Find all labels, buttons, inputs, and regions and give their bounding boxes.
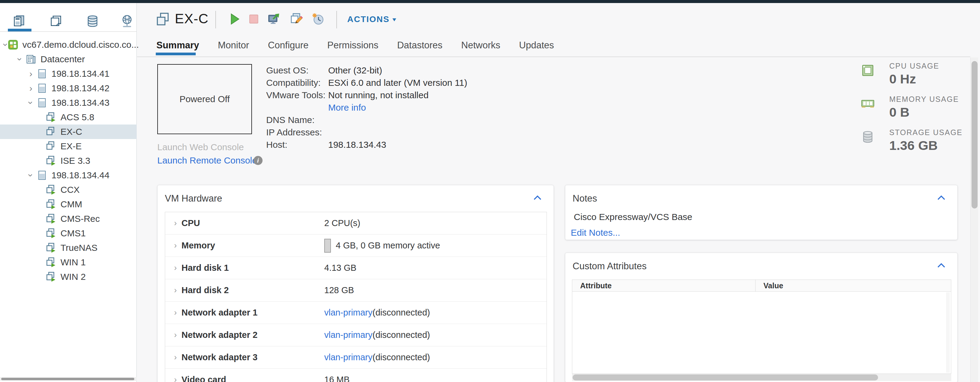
info-icon[interactable]: i xyxy=(253,156,262,165)
detail-label: IP Addresses: xyxy=(266,127,328,138)
collapse-chevron-icon[interactable] xyxy=(936,262,947,270)
vm-powered-on-icon xyxy=(45,198,57,210)
vm-powered-on-icon xyxy=(45,184,57,195)
scrollbar-thumb[interactable] xyxy=(573,374,878,380)
hw-value: vlan-primary (disconnected) xyxy=(324,308,430,318)
tree-item-vm[interactable]: CCX xyxy=(0,182,137,197)
chevron-right-icon[interactable]: › xyxy=(25,83,36,94)
chevron-down-icon[interactable]: › xyxy=(26,97,36,108)
tree-item-host[interactable]: › 198.18.134.43 xyxy=(0,95,137,110)
expand-chevron-icon[interactable]: › xyxy=(169,219,181,228)
expand-chevron-icon[interactable]: › xyxy=(169,285,181,295)
tree-item-host[interactable]: › 198.18.134.41 xyxy=(0,67,137,81)
tree-item-vm[interactable]: ISE 3.3 xyxy=(0,154,137,168)
sidebar-horizontal-scrollbar[interactable] xyxy=(0,377,137,381)
active-nav-underline xyxy=(8,29,32,32)
edit-settings-icon[interactable] xyxy=(289,12,303,26)
hw-name: Network adapter 2 xyxy=(181,330,258,340)
vm-powered-on-icon xyxy=(45,213,57,225)
tree-item-label: CMS1 xyxy=(60,228,86,238)
detail-row: Compatibility:ESXi 6.0 and later (VM ver… xyxy=(266,76,467,89)
tree-item-label: ACS 5.8 xyxy=(60,112,94,122)
tree-item-vm[interactable]: CMM xyxy=(0,197,137,212)
vms-and-templates-icon[interactable] xyxy=(48,13,65,30)
vm-powered-on-icon xyxy=(45,111,57,123)
usage-label: STORAGE USAGE xyxy=(889,128,963,137)
expand-chevron-icon[interactable]: › xyxy=(169,241,181,250)
expand-chevron-icon[interactable]: › xyxy=(169,375,181,382)
custom-attributes-header-row: Attribute Value xyxy=(572,279,951,292)
networking-icon[interactable] xyxy=(119,13,135,30)
tree-item-vm-selected[interactable]: EX-C xyxy=(0,125,137,139)
tree-item-datacenter[interactable]: › Datacenter xyxy=(0,52,137,67)
tab-networks[interactable]: Networks xyxy=(461,40,500,52)
tab-summary[interactable]: Summary xyxy=(156,40,199,52)
launch-console-icon[interactable] xyxy=(267,12,281,26)
tree-item-vm[interactable]: TrueNAS xyxy=(0,241,137,255)
tree-item-label: CMS-Rec xyxy=(60,214,100,224)
tree-item-vm[interactable]: WIN 2 xyxy=(0,269,137,284)
chevron-down-icon[interactable]: › xyxy=(15,54,25,65)
inventory-tree: › vc67.demo.dcloud.cisco.co... › Datacen… xyxy=(0,38,137,284)
toolbar-divider xyxy=(215,11,216,29)
tree-item-host[interactable]: › 198.18.134.42 xyxy=(0,81,137,95)
edit-notes-link[interactable]: Edit Notes... xyxy=(571,228,620,238)
hw-name: Hard disk 1 xyxy=(181,263,229,273)
vm-icon xyxy=(45,141,57,152)
expand-chevron-icon[interactable]: › xyxy=(169,308,181,317)
tree-item-vm[interactable]: CMS1 xyxy=(0,226,137,241)
detail-row: IP Addresses: xyxy=(266,126,467,138)
hw-name: Video card xyxy=(181,375,226,382)
chevron-right-icon[interactable]: › xyxy=(25,68,36,79)
custom-attributes-panel: Custom Attributes Attribute Value xyxy=(565,253,958,382)
tree-item-vm[interactable]: EX-E xyxy=(0,139,137,154)
main-vertical-scrollbar[interactable] xyxy=(970,57,978,382)
tree-item-vm[interactable]: CMS-Rec xyxy=(0,212,137,226)
power-on-icon[interactable] xyxy=(228,12,241,26)
tree-item-vm[interactable]: ACS 5.8 xyxy=(0,110,137,125)
collapse-chevron-icon[interactable] xyxy=(532,194,542,202)
hw-row-network-adapter-3: › Network adapter 3 vlan-primary (discon… xyxy=(165,346,547,369)
tab-updates[interactable]: Updates xyxy=(519,40,554,52)
tab-datastores[interactable]: Datastores xyxy=(397,40,442,52)
navigation-sidebar: › vc67.demo.dcloud.cisco.co... › Datacen… xyxy=(0,3,137,382)
column-header-value[interactable]: Value xyxy=(756,281,783,290)
tree-item-label: Datacenter xyxy=(41,54,85,64)
chevron-down-icon[interactable]: › xyxy=(1,43,11,46)
hw-row-network-adapter-1: › Network adapter 1 vlan-primary (discon… xyxy=(165,302,547,324)
column-header-attribute[interactable]: Attribute xyxy=(572,280,756,291)
tree-item-label: WIN 2 xyxy=(60,272,86,282)
snapshot-icon[interactable] xyxy=(311,12,325,26)
launch-remote-console-link[interactable]: Launch Remote Console xyxy=(157,155,257,166)
expand-chevron-icon[interactable]: › xyxy=(169,353,181,362)
table-vertical-scrollbar[interactable] xyxy=(946,292,950,372)
table-horizontal-scrollbar[interactable] xyxy=(572,374,951,381)
power-off-icon[interactable] xyxy=(247,12,261,26)
tree-item-vm[interactable]: WIN 1 xyxy=(0,255,137,269)
host-icon xyxy=(36,170,48,181)
network-link[interactable]: vlan-primary xyxy=(324,308,373,318)
page-title: EX-C xyxy=(175,11,209,27)
expand-chevron-icon[interactable]: › xyxy=(169,263,181,273)
hw-value: vlan-primary (disconnected) xyxy=(324,352,430,362)
tree-item-vcenter[interactable]: › vc67.demo.dcloud.cisco.co... xyxy=(0,38,137,52)
chevron-down-icon[interactable]: › xyxy=(26,170,36,181)
detail-label: VMware Tools: xyxy=(266,90,328,100)
detail-label: Compatibility: xyxy=(266,78,328,88)
expand-chevron-icon[interactable]: › xyxy=(169,330,181,340)
scrollbar-thumb[interactable] xyxy=(1,378,134,380)
tree-item-host[interactable]: › 198.18.134.44 xyxy=(0,168,137,182)
network-link[interactable]: vlan-primary xyxy=(324,330,373,340)
tab-monitor[interactable]: Monitor xyxy=(218,40,249,52)
scrollbar-thumb[interactable] xyxy=(972,61,978,209)
tab-configure[interactable]: Configure xyxy=(268,40,309,52)
storage-icon[interactable] xyxy=(84,13,101,30)
memory-usage-icon xyxy=(861,97,875,111)
tab-permissions[interactable]: Permissions xyxy=(327,40,379,52)
network-link[interactable]: vlan-primary xyxy=(324,352,373,362)
more-info-link[interactable]: More info xyxy=(328,103,366,113)
collapse-chevron-icon[interactable] xyxy=(936,194,947,202)
hosts-and-clusters-icon[interactable] xyxy=(11,13,28,30)
tree-item-label: EX-E xyxy=(60,141,82,151)
actions-menu-button[interactable]: ACTIONS ▾ xyxy=(347,14,396,24)
